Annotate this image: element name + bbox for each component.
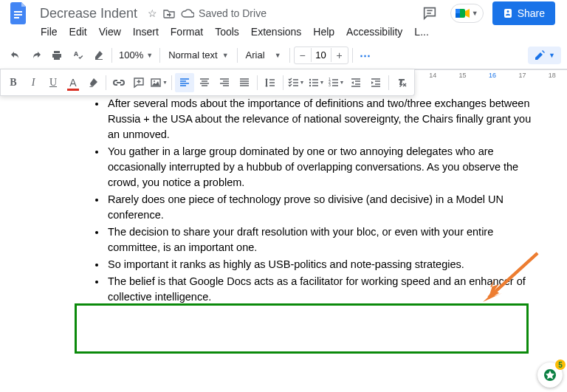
menu-extensions[interactable]: Extensions: [246, 23, 306, 41]
list-item[interactable]: So important it ranks as highly as USB-p…: [106, 257, 535, 272]
menu-help[interactable]: Help: [308, 23, 340, 41]
format-toolbar: B I U A ▼ ▼ ▼ 123▼: [0, 69, 415, 96]
print-icon[interactable]: [47, 46, 66, 65]
menu-file[interactable]: File: [35, 23, 63, 41]
menu-edit[interactable]: Edit: [64, 23, 92, 41]
increase-indent-icon[interactable]: [366, 73, 385, 92]
align-left-icon[interactable]: [175, 73, 194, 92]
decrease-indent-icon[interactable]: [346, 73, 365, 92]
text-color-icon[interactable]: A: [63, 73, 83, 92]
svg-rect-2: [14, 17, 19, 18]
clear-formatting-icon[interactable]: [392, 73, 411, 92]
comment-history-icon[interactable]: [418, 1, 441, 25]
editing-mode-button[interactable]: ▼: [528, 47, 561, 64]
list-item[interactable]: After several mods about the importance …: [106, 96, 535, 142]
font-size-control: − 10 +: [294, 47, 348, 64]
italic-icon[interactable]: I: [24, 73, 43, 92]
svg-rect-7: [456, 13, 460, 18]
menu-accessibility[interactable]: Accessibility: [341, 23, 408, 41]
add-comment-icon[interactable]: [129, 73, 148, 92]
font-size-value[interactable]: 10: [311, 48, 331, 62]
svg-point-10: [309, 78, 310, 80]
svg-point-9: [154, 80, 155, 82]
share-label: Share: [518, 7, 545, 19]
insert-image-icon[interactable]: ▼: [149, 73, 168, 92]
zoom-select[interactable]: 100%▼: [116, 48, 156, 62]
insert-link-icon[interactable]: [109, 73, 128, 92]
font-size-decrease[interactable]: −: [295, 47, 311, 63]
chevron-down-icon: ▼: [472, 10, 478, 17]
font-select[interactable]: Arial▼: [241, 48, 286, 62]
share-button[interactable]: Share: [492, 1, 555, 25]
menu-tools[interactable]: Tools: [210, 23, 244, 41]
more-toolbar-icon[interactable]: ⋯: [357, 46, 376, 65]
list-item[interactable]: You gather in a large group dominated by…: [106, 144, 535, 190]
explore-button[interactable]: 5: [537, 362, 563, 388]
paint-format-icon[interactable]: [89, 46, 108, 65]
menu-more[interactable]: L...: [409, 23, 433, 41]
spellcheck-icon[interactable]: [68, 46, 87, 65]
underline-icon[interactable]: U: [44, 73, 63, 92]
cloud-saved-icon[interactable]: Saved to Drive: [181, 7, 267, 19]
style-select[interactable]: Normal text▼: [164, 48, 233, 62]
document-body[interactable]: After several mods about the importance …: [65, 96, 535, 306]
numbered-list-icon[interactable]: 123▼: [326, 73, 346, 92]
align-center-icon[interactable]: [195, 73, 214, 92]
main-toolbar: 100%▼ Normal text▼ Arial▼ − 10 + ⋯ ▼: [0, 41, 567, 69]
svg-point-12: [309, 84, 310, 86]
svg-text:3: 3: [329, 83, 331, 87]
list-item[interactable]: Rarely does one piece of technology prov…: [106, 192, 535, 223]
bold-icon[interactable]: B: [4, 73, 23, 92]
menu-insert[interactable]: Insert: [128, 23, 164, 41]
highlight-color-icon[interactable]: [83, 73, 103, 92]
meet-button[interactable]: ▼: [450, 4, 484, 23]
redo-icon[interactable]: [27, 46, 46, 65]
menu-view[interactable]: View: [94, 23, 126, 41]
align-right-icon[interactable]: [215, 73, 234, 92]
svg-rect-6: [456, 9, 460, 13]
svg-rect-1: [14, 14, 22, 16]
line-spacing-icon[interactable]: [261, 73, 280, 92]
annotation-box: [75, 303, 529, 354]
move-icon[interactable]: [163, 8, 175, 18]
svg-point-11: [309, 81, 310, 83]
explore-count: 5: [555, 360, 566, 370]
svg-rect-0: [14, 11, 22, 13]
list-item[interactable]: The decision to share your draft resolut…: [106, 224, 535, 255]
checklist-icon[interactable]: ▼: [286, 73, 306, 92]
align-justify-icon[interactable]: [235, 73, 254, 92]
star-icon[interactable]: ☆: [148, 7, 157, 19]
docs-logo-icon[interactable]: [6, 0, 32, 27]
list-item[interactable]: The belief is that Google Docs acts as a…: [106, 274, 535, 305]
bulleted-list-icon[interactable]: ▼: [306, 73, 326, 92]
menu-format[interactable]: Format: [165, 23, 208, 41]
font-size-increase[interactable]: +: [331, 47, 348, 63]
undo-icon[interactable]: [6, 46, 25, 65]
doc-title[interactable]: Decrease Indent: [35, 4, 142, 23]
